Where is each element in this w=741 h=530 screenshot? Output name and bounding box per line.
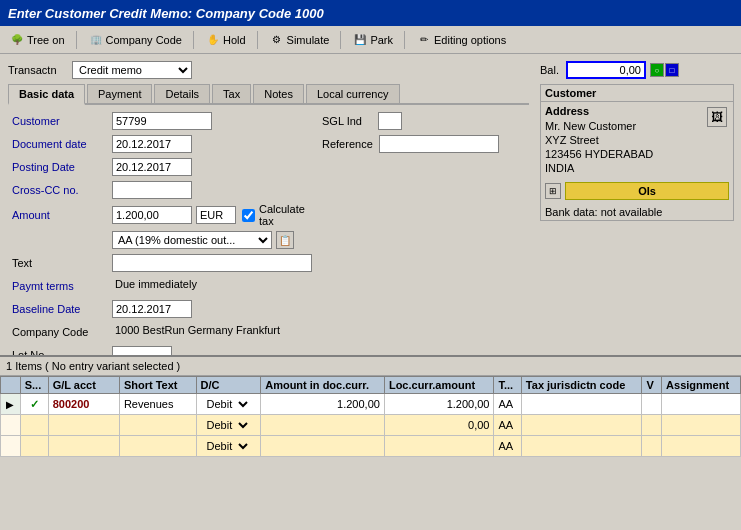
ois-row: ⊞ OIs (541, 178, 733, 204)
ois-table-icon: ⊞ (545, 183, 561, 199)
row-text-3 (119, 436, 196, 457)
row-gl-2[interactable] (48, 415, 119, 436)
separator-2 (193, 31, 194, 49)
simulate-icon: ⚙ (269, 32, 285, 48)
company-code-label: Company Code (106, 34, 182, 46)
customer-label: Customer (12, 115, 112, 127)
tab-local-currency[interactable]: Local currency (306, 84, 400, 103)
tab-tax[interactable]: Tax (212, 84, 251, 103)
editing-options-button[interactable]: ✏ Editing options (411, 29, 511, 51)
row-v-1 (642, 394, 662, 415)
park-label: Park (370, 34, 393, 46)
col-gl-acct: G/L acct (48, 377, 119, 394)
doc-date-input[interactable] (112, 135, 192, 153)
park-button[interactable]: 💾 Park (347, 29, 398, 51)
bal-icon-2[interactable]: □ (665, 63, 679, 77)
row-gl-3[interactable] (48, 436, 119, 457)
row-status-1: ✓ (20, 394, 48, 415)
row-amount-3 (261, 436, 385, 457)
row-dc-3[interactable]: Debit (196, 436, 261, 457)
toolbar: 🌳 Tree on 🏢 Company Code ✋ Hold ⚙ Simula… (0, 26, 741, 54)
calculate-tax-checkbox[interactable] (242, 209, 255, 222)
form-content: Customer Document date Posting Date Cros… (4, 105, 533, 374)
doc-date-row: Document date (12, 134, 312, 154)
editing-icon: ✏ (416, 32, 432, 48)
separator-4 (340, 31, 341, 49)
row-v-2 (642, 415, 662, 436)
transactn-label: Transactn (8, 64, 66, 76)
cross-cc-input[interactable] (112, 181, 192, 199)
customer-street: XYZ Street (545, 133, 653, 147)
left-fields: Customer Document date Posting Date Cros… (12, 111, 312, 368)
bottom-area: 1 Items ( No entry variant selected ) S.… (0, 355, 741, 530)
row-loc-1: 1.200,00 (384, 394, 494, 415)
posting-date-input[interactable] (112, 158, 192, 176)
dc-select-3[interactable]: Debit (201, 437, 251, 455)
title-bar: Enter Customer Credit Memo: Company Code… (0, 0, 741, 26)
transactn-row: Transactn Credit memo (4, 58, 533, 82)
paymt-terms-value: Due immediately (112, 277, 200, 295)
tab-details[interactable]: Details (154, 84, 210, 103)
customer-city: 123456 HYDERABAD (545, 147, 653, 161)
row-status-3 (20, 436, 48, 457)
tree-on-label: Tree on (27, 34, 65, 46)
row-status-2 (20, 415, 48, 436)
aa-select[interactable]: AA (19% domestic out... (112, 231, 272, 249)
reference-input[interactable] (379, 135, 499, 153)
hold-button[interactable]: ✋ Hold (200, 29, 251, 51)
company-code-row-label: Company Code (12, 326, 112, 338)
baseline-date-input[interactable] (112, 300, 192, 318)
col-t: T... (494, 377, 521, 394)
company-code-button[interactable]: 🏢 Company Code (83, 29, 187, 51)
bal-icon-1[interactable]: ○ (650, 63, 664, 77)
row-dc-2[interactable]: Debit (196, 415, 261, 436)
tab-payment[interactable]: Payment (87, 84, 152, 103)
sgl-ind-label: SGL Ind (322, 115, 372, 127)
dc-select-1[interactable]: Debit (201, 395, 251, 413)
aa-copy-button[interactable]: 📋 (276, 231, 294, 249)
customer-panel-title: Customer (541, 85, 733, 102)
row-t-2: AA (494, 415, 521, 436)
aa-row: AA (19% domestic out... 📋 (12, 230, 312, 250)
row-amount-2 (261, 415, 385, 436)
hold-label: Hold (223, 34, 246, 46)
baseline-date-row: Baseline Date (12, 299, 312, 319)
table-container: S... G/L acct Short Text D/C Amount in d… (0, 376, 741, 457)
posting-date-row: Posting Date (12, 157, 312, 177)
row-t-3: AA (494, 436, 521, 457)
items-table: S... G/L acct Short Text D/C Amount in d… (0, 376, 741, 457)
customer-country: INDIA (545, 161, 653, 175)
customer-image-button[interactable]: 🖼 (707, 107, 727, 127)
items-header: 1 Items ( No entry variant selected ) (0, 357, 741, 376)
row-icon-3 (1, 436, 21, 457)
company-code-icon: 🏢 (88, 32, 104, 48)
tab-basic-data[interactable]: Basic data (8, 84, 85, 105)
separator-5 (404, 31, 405, 49)
transactn-select[interactable]: Credit memo (72, 61, 192, 79)
row-dc-1[interactable]: Debit (196, 394, 261, 415)
tab-notes[interactable]: Notes (253, 84, 304, 103)
text-input[interactable] (112, 254, 312, 272)
bal-input[interactable] (566, 61, 646, 79)
amount-label: Amount (12, 209, 112, 221)
simulate-button[interactable]: ⚙ Simulate (264, 29, 335, 51)
row-text-2 (119, 415, 196, 436)
app-title: Enter Customer Credit Memo: Company Code… (8, 6, 324, 21)
row-gl-1[interactable]: 800200 (48, 394, 119, 415)
row-v-3 (642, 436, 662, 457)
tree-on-button[interactable]: 🌳 Tree on (4, 29, 70, 51)
ois-button[interactable]: OIs (565, 182, 729, 200)
bank-data-text: Bank data: not available (541, 204, 733, 220)
amount-input[interactable] (112, 206, 192, 224)
row-tax-2 (521, 415, 642, 436)
dc-select-2[interactable]: Debit (201, 416, 251, 434)
sgl-ind-input[interactable] (378, 112, 402, 130)
doc-date-label: Document date (12, 138, 112, 150)
tabs-row: Basic data Payment Details Tax Notes Loc… (8, 84, 529, 105)
currency-input[interactable] (196, 206, 236, 224)
text-label: Text (12, 257, 112, 269)
customer-input[interactable] (112, 112, 212, 130)
simulate-label: Simulate (287, 34, 330, 46)
row-t-1: AA (494, 394, 521, 415)
row-icon-2 (1, 415, 21, 436)
